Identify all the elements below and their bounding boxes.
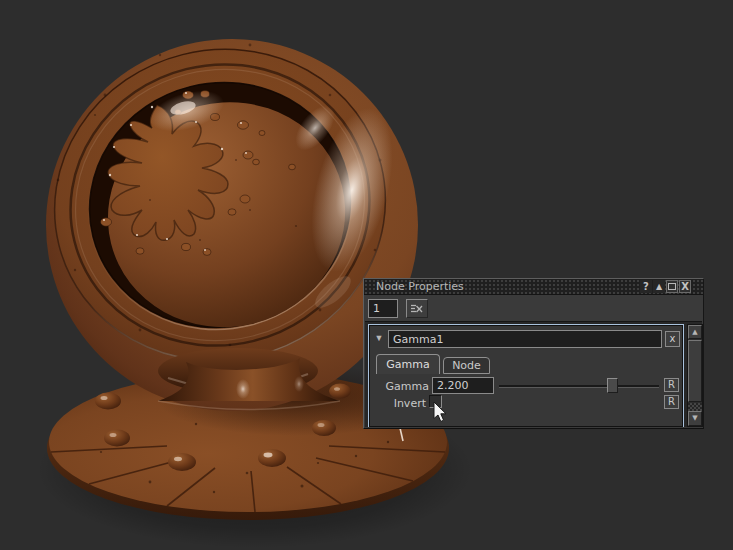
gamma-slider-handle[interactable] <box>607 378 618 393</box>
clear-all-panels-button[interactable] <box>406 299 428 318</box>
gamma-slider[interactable] <box>499 378 659 394</box>
tab-node[interactable]: Node <box>443 357 490 374</box>
material-preview-viewport[interactable] <box>0 0 733 550</box>
clear-all-panels-icon <box>411 304 423 313</box>
panel-titlebar[interactable]: Node Properties ? ▲ X <box>364 279 703 295</box>
scrollbar-thumb[interactable] <box>688 340 702 402</box>
invert-reset-button[interactable]: R <box>664 395 679 409</box>
gamma-slider-track[interactable] <box>499 385 659 387</box>
shader-ball-render <box>0 0 733 550</box>
help-icon[interactable]: ? <box>640 280 652 293</box>
panel-title: Node Properties <box>376 279 464 294</box>
invert-checkbox[interactable] <box>429 395 442 408</box>
close-panel-icon[interactable]: X <box>679 280 691 293</box>
scroll-down-icon[interactable]: ▼ <box>688 411 702 426</box>
gamma-reset-button[interactable]: R <box>664 378 679 392</box>
node-name-input[interactable] <box>388 330 662 348</box>
gamma1-node-panel: ▼ x Gamma Node Gamma R Invert R <box>368 324 684 427</box>
gamma-label: Gamma <box>373 380 429 393</box>
titlebar-icons: ? ▲ X <box>640 280 691 293</box>
scroll-up-icon[interactable]: ▲ <box>688 325 702 339</box>
application-window: Node Properties ? ▲ X ▼ x Gamma <box>0 0 733 550</box>
max-panels-input[interactable] <box>368 299 398 318</box>
float-window-icon[interactable] <box>666 280 678 293</box>
node-close-button[interactable]: x <box>665 331 680 347</box>
gamma-value-input[interactable] <box>432 377 494 394</box>
tab-gamma[interactable]: Gamma <box>376 354 440 374</box>
node-collapse-icon[interactable]: ▼ <box>372 331 386 345</box>
float-glyph <box>668 283 676 290</box>
scrollbar-trough[interactable] <box>688 403 702 411</box>
bin-scrollbar[interactable]: ▲ ▼ <box>687 324 703 427</box>
properties-bin: ▼ x Gamma Node Gamma R Invert R ▲ <box>365 321 702 427</box>
collapse-panel-icon[interactable]: ▲ <box>653 280 665 293</box>
node-properties-panel: Node Properties ? ▲ X ▼ x Gamma <box>363 278 704 429</box>
invert-label: Invert <box>373 397 426 410</box>
